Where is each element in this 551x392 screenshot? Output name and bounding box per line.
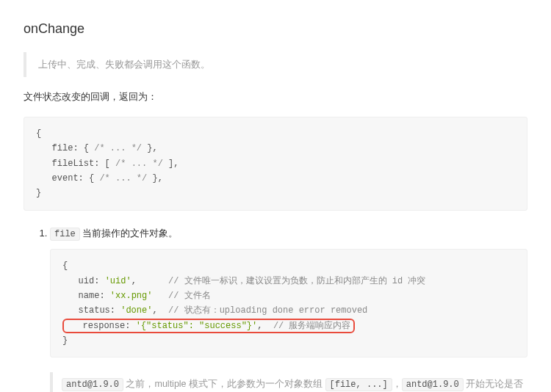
code-text: file: [36, 143, 73, 153]
code-string: 'done': [120, 305, 152, 316]
code-text: ,: [132, 276, 168, 286]
code-text: : [: [94, 159, 115, 169]
code-text: response: [67, 321, 125, 331]
code-string: 'uid': [105, 276, 132, 286]
code-text: :: [99, 291, 109, 301]
code-comment: // 文件名: [168, 291, 211, 301]
code-text: :: [94, 276, 104, 286]
code-text: ,: [257, 321, 273, 331]
code-text: fileList: [36, 159, 94, 169]
ordered-list: file 当前操作的文件对象。 { uid: 'uid', // 文件唯一标识，…: [24, 225, 527, 392]
code-text: {: [36, 128, 41, 139]
inline-code-file: file: [50, 228, 80, 241]
code-block-file-object: { uid: 'uid', // 文件唯一标识，建议设置为负数，防止和内部产生的…: [50, 249, 527, 357]
code-comment: /* ... */: [94, 143, 142, 153]
list-item-desc: 当前操作的文件对象。: [80, 228, 179, 239]
code-text: : {: [79, 173, 100, 184]
highlighted-line: response: '{"status": "success"}', // 服务…: [62, 319, 355, 333]
code-string: '{"status": "success"}': [136, 321, 258, 331]
code-text: ,: [152, 305, 168, 316]
note-text: ，: [392, 379, 402, 389]
code-text: event: [36, 173, 79, 184]
code-text: uid: [62, 276, 94, 286]
code-comment: /* ... */: [99, 173, 147, 184]
note-text: 之前，multiple 模式下，此参数为一个对象数组: [123, 379, 325, 389]
code-comment: /* ... */: [115, 159, 163, 169]
intro-blockquote: 上传中、完成、失败都会调用这个函数。: [24, 52, 527, 77]
code-string: 'xx.png': [110, 291, 153, 301]
code-text: :: [110, 305, 120, 316]
code-text: ],: [163, 159, 179, 169]
code-text: [152, 291, 168, 301]
code-text: }: [36, 188, 41, 198]
code-text: name: [62, 291, 99, 301]
inline-code-version: antd@1.9.0: [62, 378, 123, 391]
code-comment: // 文件唯一标识，建议设置为负数，防止和内部产生的 id 冲突: [168, 276, 425, 286]
code-comment: // 状态有：uploading done error removed: [168, 305, 367, 316]
inline-code-array: [file, ...]: [325, 378, 392, 391]
intro-paragraph: 文件状态改变的回调，返回为：: [24, 89, 527, 105]
code-text: }: [62, 335, 68, 346]
code-text: },: [142, 143, 158, 153]
version-note-blockquote: antd@1.9.0 之前，multiple 模式下，此参数为一个对象数组 [f…: [50, 372, 527, 392]
code-text: },: [147, 173, 163, 184]
code-text: status: [62, 305, 110, 316]
inline-code-version: antd@1.9.0: [402, 378, 464, 391]
code-text: : {: [73, 143, 94, 153]
section-heading: onChange: [24, 18, 527, 40]
code-block-signature: { file: { /* ... */ }, fileList: [ /* ..…: [24, 117, 527, 211]
code-text: :: [125, 321, 135, 331]
code-text: {: [62, 261, 68, 271]
code-comment: // 服务端响应内容: [273, 321, 351, 331]
list-item: file 当前操作的文件对象。 { uid: 'uid', // 文件唯一标识，…: [50, 225, 527, 392]
